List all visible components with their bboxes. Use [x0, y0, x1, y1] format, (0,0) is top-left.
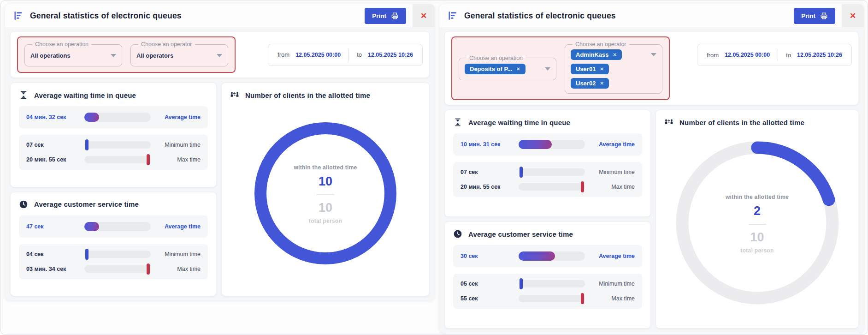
close-icon: ✕	[850, 11, 856, 21]
average-row: 47 сек Average time	[19, 215, 208, 238]
stats-column: Average waiting time in queue 04 мин. 32…	[11, 83, 216, 296]
operation-chip[interactable]: Deposits of P... ✕	[465, 64, 526, 74]
date-from-value[interactable]: 12.05.2025 00:00	[725, 52, 770, 58]
max-marker	[581, 293, 584, 304]
average-value: 04 мин. 32 сек	[26, 114, 78, 120]
close-button[interactable]: ✕	[413, 4, 435, 27]
minmax-rows: 04 сек Minimum time 03 мин. 34 сек Max t…	[19, 244, 208, 279]
chevron-down-icon[interactable]	[111, 54, 116, 57]
filter-toolbar: Choose an operation All operations Choos…	[11, 32, 429, 78]
print-button-label: Print	[372, 12, 386, 19]
chevron-down-icon[interactable]	[217, 54, 222, 57]
operator-chip-label: User01	[576, 66, 596, 72]
operator-select[interactable]: Choose an operator AdminKass ✕ User01 ✕	[565, 41, 662, 94]
average-row: 04 мин. 32 сек Average time	[19, 106, 208, 128]
date-from-label: from	[707, 52, 719, 59]
operation-select-label: Choose an operation	[32, 41, 91, 48]
operator-chip-label: AdminKass	[576, 51, 609, 58]
panel-content: Average waiting time in queue 10 мин. 31…	[445, 110, 858, 328]
chip-remove-icon[interactable]: ✕	[516, 66, 520, 72]
date-from-value[interactable]: 12.05.2025 00:00	[295, 52, 341, 58]
operation-select[interactable]: Choose an operation Deposits of P... ✕	[459, 55, 556, 80]
date-to-value[interactable]: 12.05.2025 10:26	[368, 52, 413, 58]
date-range: from 12.05.2025 00:00 to 12.05.2025 10:2…	[268, 44, 423, 66]
date-to-value[interactable]: 12.05.2025 10:26	[797, 52, 842, 58]
filter-group: Choose an operation Deposits of P... ✕ C…	[451, 36, 670, 100]
date-to-label: to	[786, 52, 791, 59]
operation-select-label: Choose an operation	[466, 55, 526, 61]
bar-chart-icon	[448, 11, 458, 21]
max-bar	[519, 183, 585, 191]
panel-content: Average waiting time in queue 04 мин. 32…	[11, 83, 429, 296]
people-exchange-icon	[664, 118, 673, 127]
people-exchange-icon	[230, 90, 239, 100]
date-divider	[778, 49, 778, 61]
print-button-label: Print	[801, 12, 815, 19]
clock-icon	[19, 200, 28, 209]
print-button[interactable]: Print	[365, 8, 406, 24]
operator-select-label: Choose an operator	[573, 41, 629, 48]
min-marker	[520, 278, 523, 289]
max-bar	[84, 265, 151, 273]
min-value: 04 сек	[26, 251, 78, 257]
print-button[interactable]: Print	[794, 8, 835, 24]
clients-donut-card: Number of clients in the allotted time w…	[222, 83, 429, 296]
donut-ring	[674, 140, 840, 306]
printer-icon	[820, 12, 828, 20]
average-bar	[519, 251, 585, 261]
average-label: Average time	[157, 114, 201, 120]
chip-remove-icon[interactable]: ✕	[613, 52, 617, 57]
donut-chart: within the allotted time 10 10 total per…	[230, 100, 421, 288]
chevron-down-icon[interactable]	[651, 53, 656, 56]
operator-select[interactable]: Choose an operator All operators	[130, 41, 228, 66]
average-label: Average time	[157, 223, 201, 230]
average-bar-fill	[519, 251, 555, 261]
average-label: Average time	[591, 141, 635, 148]
header-bar: General statistics of electronic queues …	[439, 4, 842, 27]
operator-chip[interactable]: User01 ✕	[571, 64, 609, 74]
waiting-time-card: Average waiting time in queue 04 мин. 32…	[11, 83, 216, 187]
operator-chip[interactable]: User02 ✕	[571, 78, 609, 89]
average-bar	[84, 113, 151, 122]
average-bar-fill	[519, 140, 552, 149]
card-title: Average waiting time in queue	[34, 91, 136, 99]
service-time-card: Average customer service time 30 сек Ave…	[445, 222, 650, 328]
min-bar	[519, 168, 585, 176]
operator-chip[interactable]: AdminKass ✕	[571, 49, 622, 60]
average-row: 30 сек Average time	[453, 245, 642, 267]
max-bar	[84, 156, 151, 163]
hourglass-icon	[453, 118, 462, 127]
average-bar	[84, 222, 151, 231]
max-bar	[519, 295, 585, 302]
clients-donut-card: Number of clients in the allotted time w…	[656, 110, 858, 328]
panel-header: General statistics of electronic queues …	[5, 4, 435, 27]
average-label: Average time	[591, 253, 635, 259]
min-marker	[85, 139, 89, 150]
chevron-down-icon[interactable]	[545, 67, 550, 71]
close-button[interactable]: ✕	[842, 4, 864, 27]
date-to-label: to	[357, 51, 362, 58]
donut-chart: within the allotted time 2 10 total pers…	[664, 127, 850, 321]
chip-remove-icon[interactable]: ✕	[600, 81, 603, 86]
minmax-rows: 05 сек Minimum time 55 сек Max time	[453, 274, 642, 309]
operator-chip-label: User02	[576, 80, 596, 87]
app-frame: General statistics of electronic queues …	[0, 0, 868, 335]
average-bar	[519, 140, 585, 149]
operation-select[interactable]: Choose an operation All operations	[24, 41, 122, 66]
max-label: Max time	[591, 295, 635, 302]
max-label: Max time	[591, 184, 635, 190]
printer-icon	[391, 12, 399, 20]
waiting-time-card: Average waiting time in queue 10 мин. 31…	[445, 110, 650, 216]
panel-header: General statistics of electronic queues …	[439, 4, 864, 27]
min-label: Minimum time	[591, 281, 635, 287]
average-bar-fill	[84, 113, 99, 122]
operation-chip-label: Deposits of P...	[470, 66, 512, 72]
service-time-card: Average customer service time 47 сек Ave…	[11, 192, 216, 296]
filter-toolbar: Choose an operation Deposits of P... ✕ C…	[445, 32, 858, 105]
date-from-label: from	[278, 51, 289, 58]
max-value: 20 мин. 55 сек	[26, 156, 78, 163]
max-marker	[147, 263, 150, 275]
average-value: 30 сек	[461, 253, 512, 259]
filter-group: Choose an operation All operations Choos…	[17, 36, 236, 73]
chip-remove-icon[interactable]: ✕	[600, 66, 603, 72]
